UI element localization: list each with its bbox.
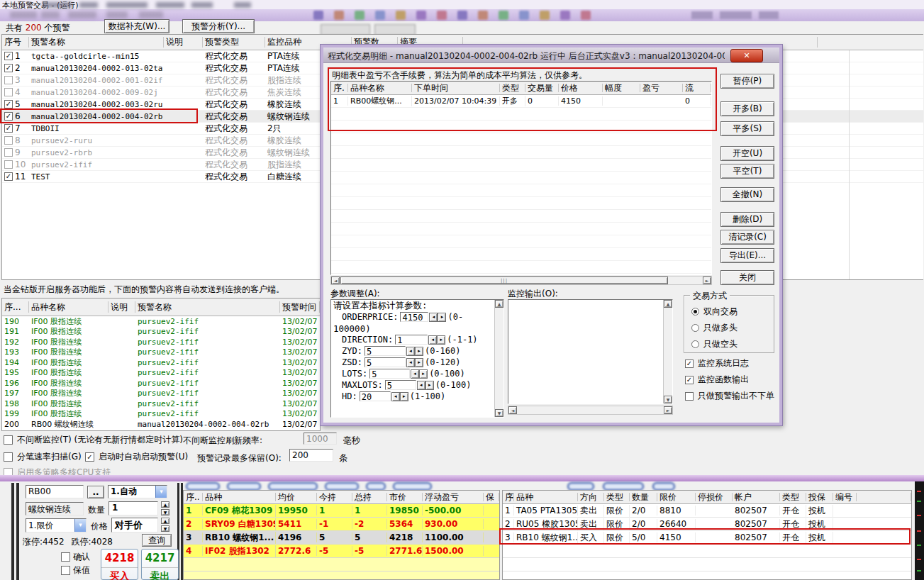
column-header[interactable]: 今持 xyxy=(317,493,352,502)
column-header[interactable]: 保 xyxy=(484,493,499,502)
toolbar-icon[interactable] xyxy=(396,11,406,20)
radio-icon[interactable] xyxy=(691,308,699,316)
price-input[interactable]: 对手价 xyxy=(111,518,158,532)
param-input[interactable]: 1 xyxy=(395,335,428,345)
uninterrupted-checkbox[interactable] xyxy=(4,435,13,445)
history-row[interactable]: 192IF00 股指连续pursuev2-ifif13/02/07 xyxy=(2,337,320,347)
vscrollbar[interactable]: ▲▼ xyxy=(494,300,503,417)
history-row[interactable]: 196IF00 股指连续pursuev2-ifif13/02/07 xyxy=(2,378,320,389)
toolbar-icon[interactable] xyxy=(416,11,426,20)
param-spin-right-icon[interactable]: ▸ xyxy=(437,335,445,345)
spin-down-icon[interactable]: ▼ xyxy=(161,509,169,515)
clear-log-button[interactable]: 清记录(C) xyxy=(720,230,774,245)
scroll-down-icon[interactable]: ▼ xyxy=(664,396,672,403)
detail-row[interactable]: 1RB00螺纹钢...2013/02/07 10:04:39开多041500 xyxy=(331,95,711,108)
vscrollbar[interactable]: ▲▼ xyxy=(663,300,672,403)
param-input[interactable]: 5 xyxy=(364,357,406,367)
column-header[interactable]: 预警名称 xyxy=(135,301,280,313)
splitter-left2[interactable] xyxy=(16,483,19,580)
radio-icon[interactable] xyxy=(691,324,699,332)
column-header[interactable]: 帐户 xyxy=(733,493,780,502)
column-header[interactable]: 序. xyxy=(331,84,348,93)
combo-arrow-icon[interactable]: ▾ xyxy=(74,519,86,532)
detail-row[interactable] xyxy=(331,133,711,146)
row-checkbox[interactable] xyxy=(4,88,13,96)
column-header[interactable]: 序... xyxy=(2,301,29,313)
param-spin-left-icon[interactable]: ◂ xyxy=(411,369,419,379)
mode-combobox[interactable]: 1.自动 ▾ xyxy=(108,485,167,498)
detail-row[interactable] xyxy=(331,261,711,274)
detail-row[interactable] xyxy=(331,108,711,121)
scroll-up-icon[interactable]: ▲ xyxy=(495,300,503,308)
radio-icon[interactable] xyxy=(691,340,699,348)
combo-arrow-icon[interactable]: ▾ xyxy=(155,486,167,498)
column-header[interactable]: 说明 xyxy=(164,37,203,48)
detail-row[interactable] xyxy=(331,146,711,159)
confirm-checkbox[interactable] xyxy=(61,552,70,562)
column-header[interactable]: 类型 xyxy=(604,493,630,502)
row-checkbox[interactable] xyxy=(4,136,13,145)
column-header[interactable]: 均价 xyxy=(276,493,317,502)
param-spin-right-icon[interactable]: ▸ xyxy=(415,347,423,356)
monitor-hscrollbar[interactable]: ◄► xyxy=(508,406,673,415)
toolbar-icon[interactable] xyxy=(437,11,447,20)
toolbar-icon[interactable] xyxy=(540,11,550,20)
detail-row[interactable] xyxy=(331,159,711,172)
column-header[interactable]: 编号 xyxy=(833,493,857,502)
detail-row[interactable] xyxy=(331,235,711,248)
param-spin-left-icon[interactable]: ◂ xyxy=(417,381,425,390)
toolbar-icon[interactable] xyxy=(691,11,713,19)
history-row[interactable]: 190IF00 股指连续pursuev2-ifif13/02/07 xyxy=(2,316,320,327)
export-button[interactable]: 导出(E)... xyxy=(720,248,774,263)
detail-row[interactable] xyxy=(331,184,711,197)
detail-row[interactable] xyxy=(331,223,711,235)
history-row[interactable]: 195IF00 股指连续pursuev2-ifif13/02/07 xyxy=(2,368,320,379)
pause-button[interactable]: 暂停(P) xyxy=(720,74,774,89)
history-row[interactable]: 198IF00 股指连续pursuev2-ifif13/02/07 xyxy=(2,398,320,409)
toolbar-icon[interactable] xyxy=(499,11,508,20)
scroll-down-icon[interactable]: ▼ xyxy=(495,409,503,417)
toolbar-icon[interactable] xyxy=(560,11,570,20)
detail-row[interactable] xyxy=(331,197,711,210)
scroll-thumb[interactable]: ||| xyxy=(340,277,668,284)
param-spin-right-icon[interactable]: ▸ xyxy=(419,369,428,379)
close-short-button[interactable]: 平空(T) xyxy=(720,164,774,179)
param-spin-left-icon[interactable]: ◂ xyxy=(391,392,400,401)
auto-start-checkbox[interactable]: ✓ xyxy=(85,452,94,462)
history-row[interactable]: 191IF00 股指连续pursuev2-ifif13/02/07 xyxy=(2,327,320,338)
param-spin-right-icon[interactable]: ▸ xyxy=(425,381,434,390)
price-type-combobox[interactable]: 1.限价 ▾ xyxy=(26,518,87,532)
param-input[interactable]: 4150 xyxy=(400,312,428,322)
qty-stepper[interactable]: ▲▼ xyxy=(161,501,169,515)
contract-code-input[interactable]: RB00 xyxy=(26,485,84,498)
position-row[interactable] xyxy=(184,571,499,580)
column-header[interactable]: 限价 xyxy=(657,493,696,502)
position-row[interactable]: 1CF09 棉花1309199501119850-500.00 xyxy=(184,504,499,518)
row-checkbox[interactable]: ✓ xyxy=(4,64,13,72)
column-header[interactable]: 下单时间 xyxy=(412,84,500,93)
row-checkbox[interactable]: ✓ xyxy=(4,100,13,108)
column-header[interactable]: 投保 xyxy=(806,493,833,502)
cancel-all-button[interactable]: 全撤(N) xyxy=(720,187,774,202)
param-spin-left-icon[interactable]: ◂ xyxy=(406,347,415,356)
column-header[interactable]: 总持 xyxy=(352,493,387,502)
toolbar-icon[interactable] xyxy=(519,11,529,20)
browse-button[interactable]: .. xyxy=(87,486,104,498)
scroll-left-icon[interactable]: ◄ xyxy=(508,406,517,414)
open-short-button[interactable]: 开空(U) xyxy=(720,146,774,161)
refresh-rate-input[interactable]: 1000 xyxy=(304,433,337,445)
order-row[interactable]: 2RU05 橡胶1305卖出限价2/026640802507开仓投机 xyxy=(503,518,911,531)
delete-button[interactable]: 删除(D) xyxy=(720,212,774,227)
toolbar-icon[interactable] xyxy=(355,11,364,20)
tick-scan-checkbox[interactable] xyxy=(4,452,13,462)
column-header[interactable] xyxy=(857,493,911,502)
toolbar-icon[interactable] xyxy=(313,11,323,20)
monitor-output-box[interactable]: ▲▼ xyxy=(508,299,673,404)
column-header[interactable]: 预警时间 xyxy=(280,301,320,313)
history-row[interactable]: 200RB00 螺纹钢连续manual20130204-0002-004-02r… xyxy=(2,419,320,430)
order-row[interactable] xyxy=(503,545,911,558)
column-header[interactable]: 类型 xyxy=(780,493,806,502)
column-header[interactable]: 品种 xyxy=(514,493,578,502)
column-header[interactable]: 数量 xyxy=(630,493,657,502)
column-header[interactable]: 预警类型 xyxy=(203,37,265,48)
